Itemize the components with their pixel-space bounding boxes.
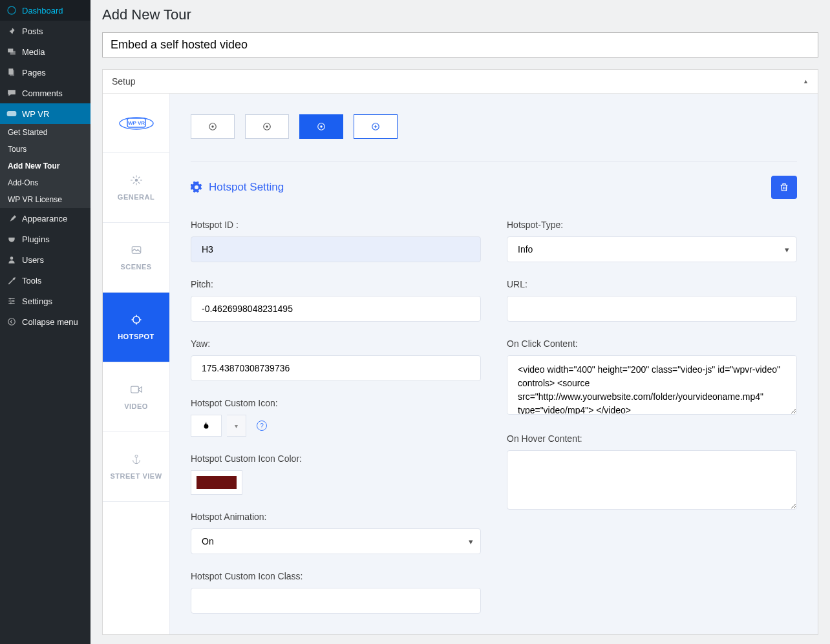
animation-select[interactable]: On [191,528,481,554]
divider [191,161,797,161]
right-column: Hotspot-Type: Info URL: [507,220,797,614]
post-title-input[interactable] [102,32,818,57]
sidebar-item-dashboard[interactable]: Dashboard [0,0,90,21]
icon-preview [191,415,222,437]
sidebar-item-settings[interactable]: Settings [0,291,90,311]
field-icon-color: Hotspot Custom Icon Color: [191,453,481,495]
svg-point-10 [8,318,16,326]
tab-streetview[interactable]: STREET VIEW [103,432,169,502]
setting-header: Hotspot Setting [191,176,797,199]
sidebar-label: Media [22,47,45,57]
wpvr-logo-icon: WP VR [118,114,154,132]
svg-rect-4 [10,70,14,76]
field-animation: Hotspot Animation: On [191,512,481,554]
gear-icon [129,173,144,187]
svg-point-20 [211,125,214,128]
sidebar-item-collapse[interactable]: Collapse menu [0,311,90,332]
color-picker[interactable] [191,470,242,495]
tab-scenes[interactable]: SCENES [103,223,169,293]
sidebar-sub-addnew[interactable]: Add New Tour [0,158,90,174]
section-title: Hotspot Setting [209,181,284,194]
media-icon [6,47,17,57]
main-content: Add New Tour Setup ▲ WP VR GENERAL [90,0,830,644]
field-pitch: Pitch: [191,279,481,322]
info-icon[interactable]: ? [257,421,267,431]
hotspot-selector-row [191,114,797,139]
pitch-input[interactable] [191,296,481,322]
gauge-icon [6,5,17,16]
anchor-icon [129,452,144,466]
svg-point-9 [10,302,12,304]
svg-point-6 [10,256,14,260]
sidebar-item-pages[interactable]: Pages [0,62,90,83]
hotspot-btn-add[interactable] [354,114,398,139]
sidebar-label: Pages [22,68,46,78]
onclick-textarea[interactable] [507,355,797,415]
comment-icon [6,88,17,98]
svg-point-14 [134,179,138,182]
panel-title: Setup [112,76,136,87]
video-icon [129,382,144,397]
sidebar-label: Posts [22,26,43,36]
onhover-textarea[interactable] [507,450,797,510]
hotspot-btn-1[interactable] [191,114,235,139]
svg-point-7 [10,298,11,299]
color-swatch [197,476,237,489]
sidebar-sub-tours[interactable]: Tours [0,141,90,158]
tab-hotspot[interactable]: HOTSPOT [103,293,169,362]
field-type: Hotspot-Type: Info [507,220,797,262]
tab-general[interactable]: GENERAL [103,153,169,223]
page-title: Add New Tour [102,6,818,23]
plug-icon [6,234,17,244]
sidebar-item-appearance[interactable]: Appearance [0,208,90,229]
type-select[interactable]: Info [507,236,797,262]
left-column: Hotspot ID : Pitch: Yaw: Hotspot Cu [191,220,481,614]
delete-button[interactable] [771,176,797,199]
svg-point-8 [12,300,14,302]
sidebar-sub-addons[interactable]: Add-Ons [0,174,90,191]
vr-icon [6,109,17,119]
sidebar-item-tools[interactable]: Tools [0,270,90,291]
hotspot-btn-2[interactable] [245,114,289,139]
trash-icon [779,182,789,192]
type-label: Hotspot-Type: [507,220,797,230]
sidebar-item-media[interactable]: Media [0,41,90,62]
sidebar-label: Comments [22,88,63,98]
icon-label: Hotspot Custom Icon: [191,398,481,408]
sidebar-sub-getstarted[interactable]: Get Started [0,124,90,141]
setup-panel: Setup ▲ WP VR GENERAL SCENES [102,69,818,635]
sliders-icon [6,296,17,306]
hotspot-id-label: Hotspot ID : [191,220,481,230]
onhover-label: On Hover Content: [507,433,797,444]
hotspot-btn-3[interactable] [299,114,343,139]
svg-point-18 [135,455,138,458]
sidebar-label: WP VR [22,109,49,119]
sidebar-item-plugins[interactable]: Plugins [0,229,90,249]
url-input[interactable] [507,296,797,322]
collapse-toggle-icon[interactable]: ▲ [803,78,809,85]
sidebar-item-users[interactable]: Users [0,249,90,270]
icon-class-input[interactable] [191,588,481,614]
yaw-label: Yaw: [191,338,481,349]
sidebar-item-wpvr[interactable]: WP VR [0,103,90,124]
sidebar-item-posts[interactable]: Posts [0,21,90,41]
sidebar-sub: Get Started Tours Add New Tour Add-Ons W… [0,124,90,208]
svg-rect-17 [131,386,138,393]
flame-icon [202,421,211,431]
side-tabs: WP VR GENERAL SCENES HOTSPOT VIDE [103,94,170,634]
wrench-icon [6,275,17,286]
field-hotspot-id: Hotspot ID : [191,220,481,262]
sidebar-sub-license[interactable]: WP VR License [0,191,90,208]
tab-video[interactable]: VIDEO [103,362,169,432]
panel-header[interactable]: Setup ▲ [103,70,818,94]
icon-class-label: Hotspot Custom Icon Class: [191,571,481,581]
sidebar-item-comments[interactable]: Comments [0,83,90,103]
yaw-input[interactable] [191,355,481,381]
crosshair-icon [129,313,144,327]
svg-point-22 [266,125,268,128]
tab-content: Hotspot Setting Hotspot ID : Pitch: [170,94,818,634]
icon-dropdown-toggle[interactable]: ▾ [227,415,246,437]
svg-point-24 [320,125,323,128]
page-icon [6,67,17,78]
field-yaw: Yaw: [191,338,481,381]
